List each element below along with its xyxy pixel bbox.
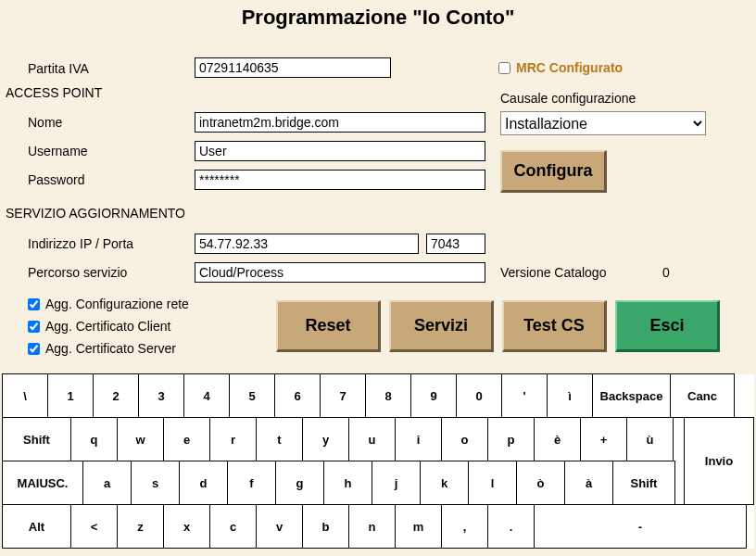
key-b[interactable]: b xyxy=(302,504,349,549)
key-3[interactable]: 3 xyxy=(138,373,184,418)
key-x[interactable]: x xyxy=(163,504,210,549)
key-7[interactable]: 7 xyxy=(320,373,366,418)
label-mrc: MRC Configurato xyxy=(516,60,623,75)
page-title: Programmazione "Io Conto" xyxy=(0,0,756,30)
porta-input[interactable] xyxy=(426,234,485,254)
causale-select[interactable]: Installazione xyxy=(500,111,706,135)
servizi-button[interactable]: Servizi xyxy=(389,300,494,352)
key-v[interactable]: v xyxy=(256,504,303,549)
mrc-checkbox[interactable] xyxy=(498,62,510,74)
key-e[interactable]: e xyxy=(163,417,210,461)
key-ù[interactable]: ù xyxy=(626,417,674,461)
key-1[interactable]: 1 xyxy=(47,373,94,418)
key-y[interactable]: y xyxy=(302,417,349,461)
username-input[interactable] xyxy=(195,141,485,161)
key-2[interactable]: 2 xyxy=(93,373,139,418)
key-6[interactable]: 6 xyxy=(274,373,321,418)
key-k[interactable]: k xyxy=(420,461,469,505)
label-partita-iva: Partita IVA xyxy=(28,61,89,76)
key-maiusc-[interactable]: MAIUSC. xyxy=(2,461,83,505)
section-access-point: ACCESS POINT xyxy=(6,85,102,100)
agg-cert-server-checkbox[interactable] xyxy=(28,343,40,355)
key-a[interactable]: a xyxy=(82,461,132,505)
key-ì[interactable]: ì xyxy=(547,373,593,418)
agg-rete-checkbox[interactable] xyxy=(28,298,40,310)
key-canc[interactable]: Canc xyxy=(670,373,735,418)
key-f[interactable]: f xyxy=(227,461,276,505)
key-i[interactable]: i xyxy=(395,417,442,461)
key-backspace[interactable]: Backspace xyxy=(592,373,671,418)
key-\[interactable]: \ xyxy=(2,373,48,418)
key-<[interactable]: < xyxy=(70,504,118,549)
key-.[interactable]: . xyxy=(487,504,535,549)
key-h[interactable]: h xyxy=(323,461,372,505)
key-invio[interactable]: Invio xyxy=(684,417,754,505)
reset-button[interactable]: Reset xyxy=(276,300,381,352)
key-0[interactable]: 0 xyxy=(456,373,502,418)
key-r[interactable]: r xyxy=(209,417,257,461)
label-indirizzo-ip: Indirizzo IP / Porta xyxy=(28,236,133,251)
key-z[interactable]: z xyxy=(117,504,164,549)
key-4[interactable]: 4 xyxy=(183,373,230,418)
section-servizio-agg: SERVIZIO AGGIORNAMENTO xyxy=(6,206,185,221)
key-alt[interactable]: Alt xyxy=(2,504,71,549)
key-ò[interactable]: ò xyxy=(516,461,565,505)
key-,[interactable]: , xyxy=(441,504,488,549)
agg-cert-client-checkbox[interactable] xyxy=(28,321,40,333)
key-m[interactable]: m xyxy=(395,504,442,549)
key-n[interactable]: n xyxy=(348,504,396,549)
key-p[interactable]: p xyxy=(487,417,535,461)
nome-input[interactable] xyxy=(195,112,485,133)
ip-input[interactable] xyxy=(195,234,419,254)
key-s[interactable]: s xyxy=(131,461,180,505)
key-t[interactable]: t xyxy=(256,417,303,461)
key-j[interactable]: j xyxy=(372,461,421,505)
label-username: Username xyxy=(28,144,88,158)
key-à[interactable]: à xyxy=(564,461,613,505)
test-cs-button[interactable]: Test CS xyxy=(502,300,607,352)
label-agg-rete: Agg. Configurazione rete xyxy=(45,297,189,311)
label-versione-catalogo: Versione Catalogo xyxy=(500,265,606,280)
key-shift[interactable]: Shift xyxy=(2,417,71,461)
key-l[interactable]: l xyxy=(468,461,517,505)
key-o[interactable]: o xyxy=(441,417,488,461)
key-8[interactable]: 8 xyxy=(365,373,411,418)
password-input[interactable] xyxy=(195,170,485,190)
percorso-input[interactable] xyxy=(195,262,485,283)
key-u[interactable]: u xyxy=(348,417,396,461)
label-agg-cert-client: Agg. Certificato Client xyxy=(45,319,170,334)
partita-iva-input[interactable] xyxy=(195,57,391,78)
label-causale: Causale configurazione xyxy=(500,91,636,106)
key-shift[interactable]: Shift xyxy=(612,461,675,505)
configura-button[interactable]: Configura xyxy=(500,150,607,193)
key-+[interactable]: + xyxy=(580,417,627,461)
versione-catalogo-value: 0 xyxy=(662,265,670,280)
label-agg-cert-server: Agg. Certificato Server xyxy=(45,341,176,356)
key-c[interactable]: c xyxy=(209,504,257,549)
key--[interactable]: - xyxy=(534,504,747,549)
key-5[interactable]: 5 xyxy=(229,373,275,418)
onscreen-keyboard: \1234567890'ìBackspaceCanc Shiftqwertyui… xyxy=(2,374,754,549)
key-g[interactable]: g xyxy=(275,461,324,505)
key-9[interactable]: 9 xyxy=(410,373,457,418)
label-password: Password xyxy=(28,172,84,187)
key-è[interactable]: è xyxy=(534,417,581,461)
label-percorso: Percorso servizio xyxy=(28,265,127,280)
key-'[interactable]: ' xyxy=(501,373,548,418)
key-q[interactable]: q xyxy=(70,417,118,461)
key-w[interactable]: w xyxy=(117,417,164,461)
label-nome: Nome xyxy=(28,115,62,130)
key-d[interactable]: d xyxy=(179,461,228,505)
esci-button[interactable]: Esci xyxy=(615,300,720,352)
